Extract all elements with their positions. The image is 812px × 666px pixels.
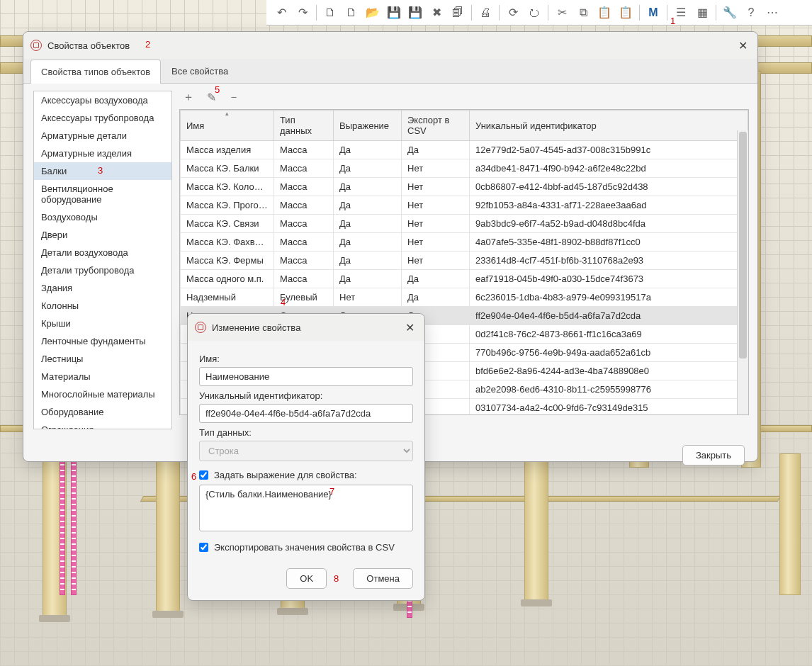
dialog-title: Свойства объектов [47,40,130,51]
category-item[interactable]: Арматурные детали [34,127,171,145]
category-item[interactable]: Аксессуары трубопровода [34,109,171,127]
add-row-icon[interactable]: ＋ [182,91,195,103]
category-item[interactable]: Воздуховоды [34,208,171,226]
category-item[interactable]: Ленточные фундаменты [34,332,171,350]
edit-dialog-title: Изменение свойства [212,322,300,333]
col-dtype[interactable]: Тип данных [274,111,334,141]
ok-button[interactable]: OK [286,568,327,589]
help-icon[interactable]: ? [742,4,760,22]
delete-row-icon[interactable]: － [227,91,240,103]
cell-uid: bfd6e6e2-8a96-4244-ad3e-4ba7488908e0 [470,362,748,380]
table-row[interactable]: Масса КЭ. ФермыМассаДаНет233614d8-4cf7-4… [181,252,748,270]
cell-expr: Да [334,252,402,270]
clipboard-icon[interactable]: 📋 [595,4,614,22]
cell-dtype: Масса [274,141,334,159]
cell-name: Масса КЭ. Балки [181,159,274,178]
table-row[interactable]: Масса КЭ. БалкиМассаДаНетa34dbe41-8471-4… [181,159,748,178]
dtype-select[interactable]: Строка [199,441,413,461]
new-dropdown-icon[interactable]: 🗋 [342,4,361,22]
category-item[interactable]: Арматурные изделия [34,145,171,162]
cell-name: Масса КЭ. Фахверк [181,233,274,252]
cell-uid: 12e779d2-5a07-4545-ad37-008c315b991c [470,141,748,159]
main-toolbar: ↶ ↷ 🗋 🗋 📂 💾 💾 ✖ 🗐 🖨 ⟳ ⭮ ✂ ⧉ 📋 📋 M ☰ ▦ 🔧 … [266,0,812,26]
edit-row-icon[interactable]: ✎ [205,91,218,103]
sort-indicator-icon: ▴ [225,110,229,117]
category-item[interactable]: Многослойные материалы [34,385,171,403]
save-as-icon[interactable]: 💾 [406,4,424,22]
category-item[interactable]: Крыши [34,315,171,332]
category-item[interactable]: Аксессуары воздуховода [34,91,171,109]
category-item[interactable]: Оборудование [34,403,171,421]
expression-input[interactable] [199,485,413,531]
save-icon[interactable]: 💾 [385,4,403,22]
tab-type-properties[interactable]: Свойства типов объектов [30,60,161,84]
name-input[interactable] [199,367,413,386]
cell-dtype: Масса [274,178,334,196]
col-expr[interactable]: Выражение [334,111,402,141]
cell-expr: Да [334,178,402,196]
logo-icon[interactable]: M [644,4,662,22]
more-icon[interactable]: ⋯ [763,4,782,22]
cell-csv: Нет [402,159,470,178]
dialog-titlebar[interactable]: Свойства объектов ✕ [23,32,757,59]
copy-icon[interactable]: ⧉ [574,4,592,22]
close-button[interactable]: Закрыть [682,445,745,465]
table-row[interactable]: Масса КЭ. КолонныМассаДаНет0cb86807-e412… [181,178,748,196]
table-row[interactable]: Масса КЭ. СвязиМассаДаНет9ab3bdc9-e6f7-4… [181,215,748,233]
grid-icon[interactable]: ▦ [693,4,711,22]
table-row[interactable]: Масса одного м.п.МассаДаДаeaf71918-045b-… [181,270,748,288]
dialog-tabs: Свойства типов объектов Все свойства [23,59,757,84]
cut-icon[interactable]: ✂ [553,4,571,22]
cell-expr: Нет [334,288,402,307]
cell-uid: ab2e2098-6ed6-4310-8b11-c25955998776 [470,380,748,399]
csv-export-checkbox[interactable] [199,543,208,552]
category-item[interactable]: Двери [34,226,171,244]
wrench-icon[interactable]: 🔧 [721,4,739,22]
dialog-close-button[interactable]: ✕ [735,38,750,53]
category-item[interactable]: Колонны [34,297,171,315]
edit-dialog-titlebar[interactable]: Изменение свойства ✕ [188,314,424,341]
table-row[interactable]: Масса КЭ. ФахверкМассаДаНет4a07afe5-335e… [181,233,748,252]
cell-expr: Да [334,159,402,178]
table-scrollbar[interactable] [737,130,748,414]
col-csv[interactable]: Экспорт в CSV [402,111,470,141]
save-all-icon[interactable]: 🗐 [449,4,467,22]
tab-all-properties[interactable]: Все свойства [161,59,239,83]
cell-dtype: Булевый [274,288,334,307]
cell-csv: Нет [402,252,470,270]
open-icon[interactable]: 📂 [363,4,382,22]
category-item[interactable]: Лестницы [34,350,171,368]
category-item[interactable]: Детали воздуховода [34,244,171,261]
paste-icon[interactable]: 📋 [616,4,635,22]
category-item[interactable]: Здания [34,279,171,297]
print-icon[interactable]: 🖨 [476,4,495,22]
category-item[interactable]: Вентиляционное оборудование [34,180,171,208]
new-icon[interactable]: 🗋 [321,4,339,22]
annotation-8: 8 [334,573,339,584]
cell-uid: 6c236015-1dba-4b83-a979-4e099319517a [470,288,748,307]
category-item[interactable]: Балки [34,162,171,180]
col-name: ▴Имя [181,111,274,141]
cell-uid: a34dbe41-8471-4f90-b942-a6f2e48c22bd [470,159,748,178]
cancel-button[interactable]: Отмена [353,568,413,589]
uid-input[interactable] [199,404,413,423]
refresh-icon[interactable]: ⟳ [504,4,522,22]
category-item[interactable]: Детали трубопровода [34,261,171,279]
cell-csv: Да [402,141,470,159]
col-uid[interactable]: Уникальный идентификатор [470,111,748,141]
category-item[interactable]: Материалы [34,368,171,385]
redo-icon[interactable]: ↷ [293,4,312,22]
edit-dialog-close-button[interactable]: ✕ [402,320,417,335]
expression-checkbox[interactable] [199,470,208,480]
close-icon[interactable]: ✖ [427,4,446,22]
tree-icon[interactable]: ☰ [672,4,690,22]
table-row[interactable]: НадземныйБулевыйНетДа6c236015-1dba-4b83-… [181,288,748,307]
table-row[interactable]: Масса изделияМассаДаДа12e779d2-5a07-4545… [181,141,748,159]
annotation-6: 6 [191,471,196,482]
category-item[interactable]: Ограждения [34,421,171,429]
cell-uid: 92fb1053-a84a-4331-af71-228aee3aa6ad [470,196,748,215]
table-row[interactable]: Масса КЭ. ПрогоныМассаДаНет92fb1053-a84a… [181,196,748,215]
orbit-icon[interactable]: ⭮ [525,4,543,22]
category-list[interactable]: Аксессуары воздуховодаАксессуары трубопр… [33,91,172,429]
undo-icon[interactable]: ↶ [272,4,291,22]
